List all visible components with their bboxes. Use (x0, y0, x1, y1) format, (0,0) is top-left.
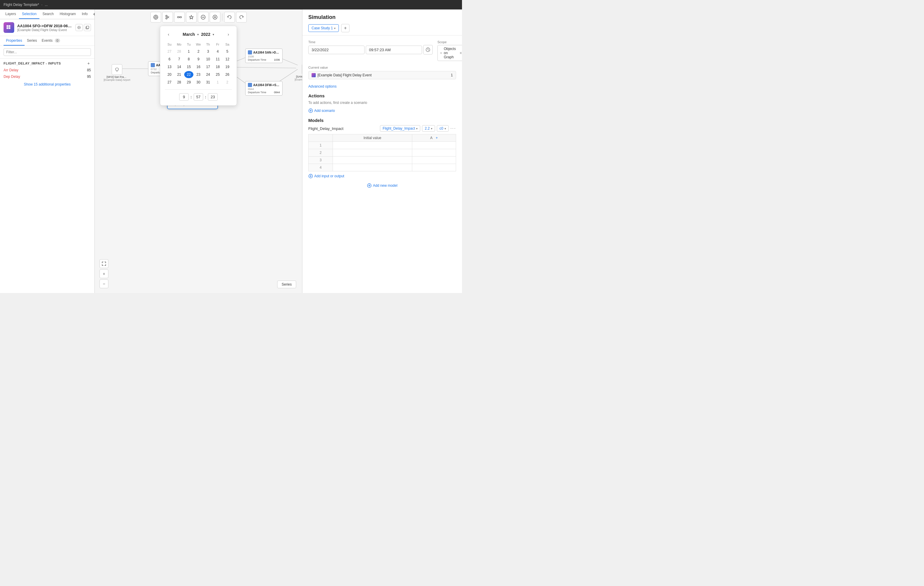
table-cell[interactable] (412, 142, 456, 149)
cal-day[interactable]: 24 (203, 71, 213, 78)
tab-info[interactable]: Info (79, 10, 91, 19)
cal-day[interactable]: 17 (203, 63, 213, 71)
cal-day[interactable]: 1 (184, 48, 193, 55)
prop-tab-events[interactable]: Events 0 (40, 36, 63, 46)
cal-day[interactable]: 27 (165, 48, 174, 55)
cal-year-arrow[interactable]: ▾ (213, 33, 214, 36)
cal-day[interactable]: 13 (165, 63, 174, 71)
col-plus-btn[interactable]: + (436, 136, 438, 140)
cal-day[interactable]: 6 (165, 56, 174, 63)
toolbar-scissors-btn[interactable] (162, 12, 173, 23)
sim-clock-btn[interactable] (423, 45, 433, 54)
cal-day[interactable]: 19 (223, 63, 232, 71)
prop-add-btn[interactable]: + (86, 61, 91, 66)
toolbar-star-btn[interactable] (186, 12, 196, 23)
tab-search[interactable]: Search (40, 10, 56, 19)
prop-tab-series[interactable]: Series (25, 36, 40, 46)
cal-prev-btn[interactable]: ‹ (165, 31, 172, 38)
tab-selection[interactable]: Selection (19, 10, 40, 19)
model-more-btn[interactable]: ··· (450, 126, 456, 131)
cal-next-btn[interactable]: › (225, 31, 232, 38)
table-cell[interactable] (333, 164, 412, 171)
cal-day[interactable]: 18 (213, 63, 223, 71)
toolbar-undo-btn[interactable] (224, 12, 235, 23)
object-settings-btn[interactable] (76, 24, 82, 31)
toolbar-target-btn[interactable] (150, 12, 161, 23)
model-version-select[interactable]: Flight_Delay_Impact ▾ (380, 125, 420, 132)
table-cell[interactable] (333, 149, 412, 156)
cal-day[interactable]: 21 (175, 71, 184, 78)
cal-day[interactable]: 23 (194, 71, 203, 78)
add-io-btn[interactable]: Add input or output (308, 174, 456, 178)
tab-histogram[interactable]: Histogram (56, 10, 79, 19)
add-model-btn[interactable]: Add new model (308, 183, 456, 188)
scope-clear-btn[interactable]: × (460, 51, 462, 55)
cal-day[interactable]: 12 (223, 56, 232, 63)
cal-day[interactable]: 30 (194, 79, 203, 86)
sim-date-input[interactable] (308, 46, 365, 54)
advanced-options-link[interactable]: Advanced options (308, 84, 337, 89)
table-cell[interactable] (412, 149, 456, 156)
scope-select[interactable]: Objects on Graph × (437, 45, 462, 61)
map-zoom-in-btn[interactable]: + (99, 269, 108, 278)
series-button[interactable]: Series (277, 281, 296, 288)
cal-day[interactable]: 14 (175, 63, 184, 71)
table-header-col-a[interactable]: A + (412, 134, 456, 142)
cal-day[interactable]: 2 (223, 79, 232, 86)
sim-time-input[interactable] (366, 46, 422, 54)
cal-day[interactable]: 3 (203, 48, 213, 55)
node-san[interactable]: [SAN] San Diego In... [Example Data] Air… (295, 64, 302, 81)
cal-day[interactable]: 1 (213, 79, 223, 86)
node-aa1064-upper[interactable]: AA1064 SAN->DFW 2018... 1538 Departure T… (245, 49, 282, 63)
actions-empty: To add actions, first create a scenario (308, 100, 456, 105)
object-copy-btn[interactable] (84, 24, 91, 31)
cal-day[interactable]: 4 (213, 48, 223, 55)
cv-row: [Example Data] Flight Delay Event 1 (308, 71, 456, 79)
map-zoom-out-btn[interactable]: − (99, 280, 108, 288)
node-aa1064-lower[interactable]: AA1064 DFW->SAN 2018... 0944 Departure T… (245, 81, 282, 95)
cal-day[interactable]: 2 (194, 48, 203, 55)
table-cell[interactable] (412, 164, 456, 171)
model-col-select[interactable]: c0 ▾ (437, 125, 449, 132)
table-cell[interactable] (412, 156, 456, 164)
cal-day[interactable]: 9 (194, 56, 203, 63)
table-cell[interactable] (333, 142, 412, 149)
cal-day[interactable]: 29 (184, 79, 193, 86)
sim-time-field: Time (308, 40, 433, 54)
show-more-link[interactable]: Show 15 additional properties (0, 80, 94, 89)
node-sfo[interactable]: [SFO] San Francisco ... [Example Data] A… (104, 64, 130, 81)
toolbar-close-btn[interactable] (210, 12, 220, 23)
cal-time-minutes[interactable]: 57 (194, 93, 203, 100)
model-version-num-select[interactable]: 2.2 ▾ (422, 125, 435, 132)
prop-tab-properties[interactable]: Properties (3, 36, 25, 46)
sim-tab-case-study[interactable]: Case Study 1 ▾ (308, 24, 339, 32)
cal-day[interactable]: 25 (213, 71, 223, 78)
cal-day[interactable]: 8 (184, 56, 193, 63)
toolbar-no-entry-btn[interactable] (198, 12, 208, 23)
toolbar-link-btn[interactable] (174, 12, 185, 23)
tab-layers[interactable]: Layers (2, 10, 19, 19)
cal-time-seconds[interactable]: 23 (208, 93, 217, 100)
cal-day[interactable]: 28 (175, 48, 184, 55)
cal-day[interactable]: 5 (223, 48, 232, 55)
table-cell[interactable] (333, 156, 412, 164)
cal-day[interactable]: 20 (165, 71, 174, 78)
cal-time-hours[interactable]: 9 (179, 93, 189, 100)
cal-day[interactable]: 11 (213, 56, 223, 63)
cal-day[interactable]: 10 (203, 56, 213, 63)
cal-day[interactable]: 26 (223, 71, 232, 78)
canvas-area[interactable]: ‹ March ▾ 2022 ▾ › Su Mo Tu We Th Fr Sa … (95, 10, 302, 293)
cal-day[interactable]: 15 (184, 63, 193, 71)
cal-day[interactable]: 27 (165, 79, 174, 86)
cal-day[interactable]: 7 (175, 56, 184, 63)
cal-day-selected[interactable]: 22 (184, 71, 193, 78)
cal-day[interactable]: 28 (175, 79, 184, 86)
sim-add-tab-btn[interactable]: + (341, 24, 350, 32)
add-scenario-btn[interactable]: Add scenario (308, 108, 456, 113)
map-expand-btn[interactable] (99, 259, 108, 268)
cal-day[interactable]: 31 (203, 79, 213, 86)
cal-day[interactable]: 16 (194, 63, 203, 71)
toolbar-redo-btn[interactable] (236, 12, 247, 23)
filter-input[interactable] (3, 48, 91, 56)
cal-month-arrow[interactable]: ▾ (197, 33, 199, 36)
